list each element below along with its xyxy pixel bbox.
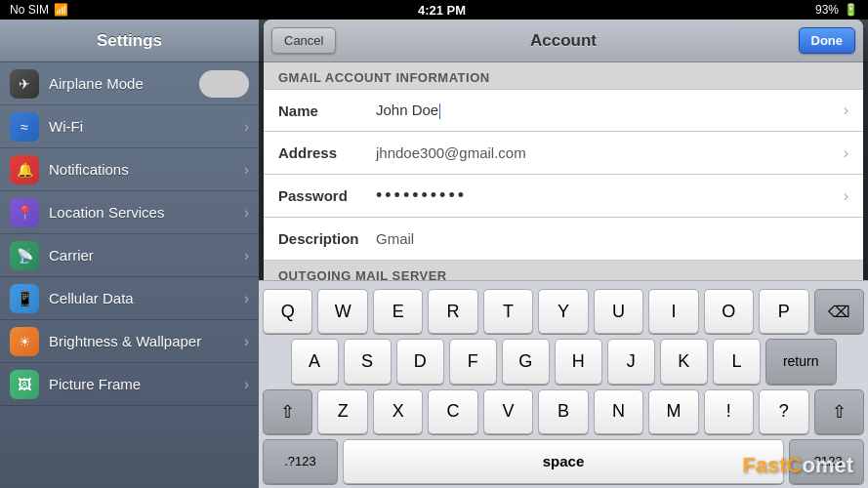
key-b[interactable]: B: [538, 389, 588, 434]
key-c[interactable]: C: [428, 389, 477, 434]
shift-right-key[interactable]: ⇧: [814, 389, 864, 434]
gmail-section-header: Gmail Account Information: [264, 62, 863, 89]
status-left: No SIM 📶: [10, 3, 68, 17]
text-cursor: [439, 103, 440, 119]
cancel-button[interactable]: Cancel: [271, 27, 336, 54]
key-g[interactable]: G: [502, 339, 550, 384]
airplane-mode-toggle[interactable]: [199, 70, 249, 98]
cellular-label: Cellular Data: [49, 290, 244, 306]
name-chevron-icon: ›: [844, 102, 848, 119]
sidebar-item-picture-frame[interactable]: 🖼 Picture Frame ›: [0, 363, 259, 406]
done-button[interactable]: Done: [799, 27, 856, 54]
key-n[interactable]: N: [594, 389, 643, 434]
airplane-mode-icon: ✈: [10, 69, 39, 99]
key-o[interactable]: O: [704, 289, 754, 334]
password-label: Password: [278, 187, 376, 204]
status-bar: No SIM 📶 4:21 PM 93% 🔋: [0, 0, 868, 20]
key-u[interactable]: U: [594, 289, 643, 334]
cellular-icon: 📱: [10, 284, 39, 313]
picture-label: Picture Frame: [49, 376, 244, 392]
backspace-key[interactable]: ⌫: [814, 289, 864, 334]
sidebar-header: Settings: [0, 20, 259, 62]
key-t[interactable]: T: [483, 289, 533, 334]
status-right: 93% 🔋: [815, 3, 858, 17]
key-q[interactable]: Q: [263, 289, 312, 334]
battery-label: 93%: [815, 3, 839, 17]
key-m[interactable]: M: [648, 389, 698, 434]
key-y[interactable]: Y: [538, 289, 588, 334]
key-question[interactable]: ?: [759, 389, 808, 434]
notifications-label: Notifications: [49, 161, 244, 178]
key-s[interactable]: S: [344, 339, 392, 384]
sidebar-item-wifi[interactable]: ≈ Wi-Fi ›: [0, 105, 259, 148]
name-label: Name: [278, 102, 376, 119]
carrier-icon: 📡: [10, 241, 39, 270]
password-field-row[interactable]: Password •••••••••• ›: [264, 175, 863, 218]
picture-chevron-icon: ›: [244, 376, 249, 393]
sidebar-items-list: ✈ Airplane Mode ≈ Wi-Fi › 🔔 Notification…: [0, 62, 259, 406]
sidebar-item-airplane-mode[interactable]: ✈ Airplane Mode: [0, 62, 259, 105]
password-value: ••••••••••: [376, 185, 839, 206]
key-d[interactable]: D: [396, 339, 444, 384]
description-field-row[interactable]: Description Gmail: [264, 218, 863, 261]
watermark-text: FastComet: [742, 453, 853, 478]
location-chevron-icon: ›: [244, 204, 249, 222]
airplane-mode-label: Airplane Mode: [49, 75, 199, 92]
sidebar-item-carrier[interactable]: 📡 Carrier ›: [0, 234, 259, 277]
sidebar-item-location-services[interactable]: 📍 Location Services ›: [0, 191, 259, 234]
brightness-icon: ☀: [10, 327, 39, 356]
watermark: FastComet: [742, 453, 853, 478]
key-v[interactable]: V: [483, 389, 533, 434]
key-i[interactable]: I: [648, 289, 698, 334]
key-e[interactable]: E: [373, 289, 423, 334]
brightness-chevron-icon: ›: [244, 333, 249, 350]
key-a[interactable]: A: [291, 339, 339, 384]
wifi-icon: 📶: [54, 3, 68, 17]
carrier-label: No SIM: [10, 3, 49, 17]
key-f[interactable]: F: [449, 339, 497, 384]
address-chevron-icon: ›: [844, 144, 848, 162]
location-icon: 📍: [10, 198, 39, 227]
shift-left-key[interactable]: ⇧: [263, 389, 312, 434]
address-label: Address: [278, 144, 376, 161]
modal-header: Cancel Account Done: [264, 20, 863, 62]
modal-title: Account: [530, 31, 597, 51]
row2-spacer-right: [842, 339, 865, 384]
sidebar-title: Settings: [97, 31, 162, 51]
content-area: Mail, Contacts, Calendars › Push › 50 Re…: [259, 20, 868, 488]
key-r[interactable]: R: [428, 289, 477, 334]
description-label: Description: [278, 230, 376, 247]
row2-spacer-left: [263, 339, 286, 384]
key-w[interactable]: W: [317, 289, 367, 334]
address-value: jhndoe300@gmail.com: [376, 144, 839, 161]
key-l[interactable]: L: [713, 339, 761, 384]
keyboard-row-2: A S D F G H J K L return: [263, 339, 864, 384]
sidebar-item-cellular-data[interactable]: 📱 Cellular Data ›: [0, 277, 259, 320]
wifi-label: Wi-Fi: [49, 118, 244, 135]
name-field-row[interactable]: Name John Doe ›: [264, 89, 863, 132]
wifi-icon: ≈: [10, 112, 39, 142]
sidebar: Settings ✈ Airplane Mode ≈ Wi-Fi › 🔔 Not…: [0, 20, 259, 488]
sidebar-item-notifications[interactable]: 🔔 Notifications ›: [0, 148, 259, 191]
picture-icon: 🖼: [10, 370, 39, 399]
key-j[interactable]: J: [607, 339, 655, 384]
carrier-label-sidebar: Carrier: [49, 247, 244, 264]
key-z[interactable]: Z: [317, 389, 367, 434]
numbers-key[interactable]: .?123: [263, 439, 338, 484]
sidebar-item-brightness-wallpaper[interactable]: ☀ Brightness & Wallpaper ›: [0, 320, 259, 363]
address-field-row[interactable]: Address jhndoe300@gmail.com ›: [264, 132, 863, 175]
key-x[interactable]: X: [373, 389, 423, 434]
password-chevron-icon: ›: [844, 187, 848, 205]
location-label: Location Services: [49, 204, 244, 221]
brightness-label: Brightness & Wallpaper: [49, 333, 244, 349]
main-layout: Settings ✈ Airplane Mode ≈ Wi-Fi › 🔔 Not…: [0, 20, 868, 488]
keyboard-row-3: ⇧ Z X C V B N M ! ? ⇧: [263, 389, 864, 434]
space-key[interactable]: space: [343, 439, 784, 484]
key-exclamation[interactable]: !: [704, 389, 754, 434]
key-k[interactable]: K: [660, 339, 708, 384]
carrier-chevron-icon: ›: [244, 247, 249, 264]
return-key[interactable]: return: [765, 339, 837, 384]
notifications-icon: 🔔: [10, 155, 39, 184]
key-p[interactable]: P: [759, 289, 808, 334]
key-h[interactable]: H: [555, 339, 602, 384]
